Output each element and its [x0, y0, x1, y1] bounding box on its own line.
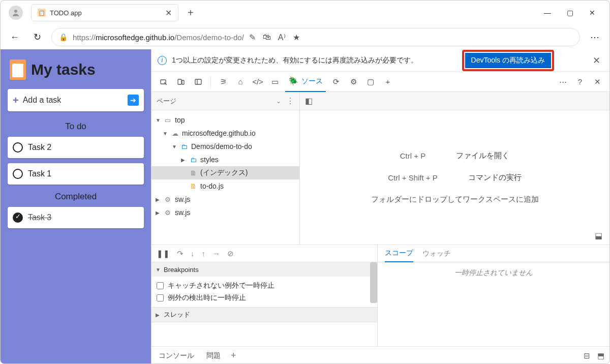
close-devtools-icon[interactable]: ✕	[590, 75, 604, 89]
device-toolbar-icon[interactable]	[174, 75, 188, 89]
shortcut-key: Ctrl + P	[400, 151, 425, 160]
tree-sw[interactable]: ⚙sw.js	[151, 206, 299, 219]
elements-tab-icon[interactable]: </>	[251, 75, 265, 89]
edit-icon[interactable]: ✎	[249, 33, 256, 42]
task-item[interactable]: Task 2	[8, 137, 144, 158]
tree-file-index[interactable]: 🗎(インデックス)	[151, 166, 299, 179]
memory-tab-icon[interactable]: ⚙	[346, 75, 360, 89]
sources-navigator: ページ ⌄ ⋮ ▭top ☁microsoftedge.github.io 🗀D…	[151, 92, 300, 245]
help-icon[interactable]: ?	[573, 75, 587, 89]
url-text: https://microsoftedge.github.io/Demos/de…	[73, 33, 244, 42]
application-tab-icon[interactable]: ▢	[363, 75, 378, 89]
task-checkbox[interactable]	[13, 169, 23, 179]
add-drawer-tab[interactable]: +	[231, 350, 236, 361]
browser-menu-button[interactable]: ⋯	[586, 32, 603, 43]
reload-devtools-highlight: DevTools の再読み込み	[462, 50, 554, 71]
bug-icon: 🪲	[288, 76, 298, 86]
address-bar-row: ← ↻ 🔒 https://microsoftedge.github.io/De…	[1, 25, 609, 49]
file-tree: ▭top ☁microsoftedge.github.io 🗀Demos/dem…	[151, 110, 299, 245]
submit-task-button[interactable]: ➔	[128, 95, 139, 106]
step-out-icon[interactable]: ↑	[202, 249, 206, 258]
task-label: Task 2	[28, 143, 51, 152]
drawer-icon[interactable]: ⬒	[597, 351, 604, 360]
page-tab-label: ページ	[157, 97, 276, 106]
deactivate-breakpoints-icon[interactable]: ⊘	[227, 249, 234, 258]
issues-drawer-tab[interactable]: 問題	[204, 351, 223, 360]
browser-tab[interactable]: 📋 TODO app ✕	[31, 4, 178, 21]
task-checkbox[interactable]	[13, 142, 23, 153]
performance-tab-icon[interactable]: ⟳	[329, 75, 343, 89]
tree-folder-styles[interactable]: 🗀styles	[151, 153, 299, 166]
svg-rect-4	[195, 79, 201, 84]
breakpoints-header[interactable]: Breakpoints	[151, 262, 377, 277]
more-options-icon[interactable]: ⋮	[286, 96, 294, 106]
task-item[interactable]: Task 3	[8, 207, 144, 228]
editor-tab-bar: ◧	[300, 92, 609, 110]
tree-domain[interactable]: ☁microsoftedge.github.io	[151, 127, 299, 140]
add-task-input[interactable]: + Add a task ➔	[8, 89, 144, 111]
tab-title: TODO app	[50, 9, 161, 17]
reload-devtools-button[interactable]: DevTools の再読み込み	[465, 53, 551, 68]
devtools-more-icon[interactable]: ⋯	[556, 75, 570, 89]
back-button[interactable]: ←	[7, 29, 23, 45]
shortcut-key: Ctrl + Shift + P	[388, 173, 438, 182]
console-drawer-tab[interactable]: コンソール	[157, 351, 196, 360]
shopping-icon[interactable]: 🛍	[263, 33, 271, 42]
todo-app: My tasks + Add a task ➔ To do Task 2 Tas…	[1, 49, 151, 364]
tree-frame-top[interactable]: ▭top	[151, 113, 299, 127]
tree-file-todojs[interactable]: 🗎to-do.js	[151, 179, 299, 193]
download-icon[interactable]: ⬓	[595, 231, 602, 240]
sources-tab[interactable]: 🪲 ソース	[285, 72, 326, 92]
devtools-tab-bar: ⚞ ⌂ </> ▭ 🪲 ソース ⟳ ⚙ ▢ + ⋯ ? ✕	[151, 72, 609, 92]
browser-tab-strip: 📋 TODO app ✕ + — ▢ ✕	[1, 1, 609, 25]
favorite-star-icon[interactable]: ★	[293, 33, 300, 42]
page-tab-header[interactable]: ページ ⌄ ⋮	[151, 92, 299, 110]
address-bar[interactable]: 🔒 https://microsoftedge.github.io/Demos/…	[51, 28, 580, 46]
read-aloud-icon[interactable]: A⁾	[278, 33, 286, 42]
plus-icon: +	[13, 95, 19, 106]
completed-section-header: Completed	[8, 192, 144, 202]
task-item[interactable]: Task 1	[8, 163, 144, 185]
toggle-navigator-icon[interactable]: ◧	[305, 96, 313, 106]
pause-caught-checkbox[interactable]: 例外の検出時に一時停止	[157, 292, 372, 304]
welcome-tab-icon[interactable]: ⌂	[233, 75, 248, 89]
panel-icon[interactable]	[191, 75, 205, 89]
more-tabs-button[interactable]: +	[381, 75, 395, 89]
step-over-icon[interactable]: ↷	[177, 249, 184, 258]
maximize-button[interactable]: ▢	[565, 9, 575, 17]
sources-tab-label: ソース	[301, 77, 323, 86]
watch-tab[interactable]: ウォッチ	[422, 245, 451, 262]
step-icon[interactable]: →	[212, 249, 220, 258]
task-label: Task 1	[28, 169, 51, 178]
chevron-down-icon[interactable]: ⌄	[276, 98, 281, 105]
step-into-icon[interactable]: ↓	[191, 249, 195, 258]
drawer-icon[interactable]: ⊟	[584, 351, 590, 360]
workspace-drop-hint: フォルダーにドロップしてワークスペースに追加	[371, 195, 539, 204]
pause-button[interactable]: ❚❚	[157, 249, 170, 258]
scope-tab[interactable]: スコープ	[385, 245, 413, 262]
debugger-toolbar: ❚❚ ↷ ↓ ↑ → ⊘	[151, 245, 377, 262]
tree-folder[interactable]: 🗀Demos/demo-to-do	[151, 140, 299, 153]
console-tab-icon[interactable]: ▭	[268, 75, 282, 89]
inspect-element-icon[interactable]	[157, 75, 171, 89]
close-window-button[interactable]: ✕	[587, 9, 597, 17]
minimize-button[interactable]: —	[542, 9, 553, 17]
tree-sw[interactable]: ⚙sw.js	[151, 193, 299, 206]
new-tab-button[interactable]: +	[182, 7, 199, 19]
shortcut-action: ファイルを開く	[456, 151, 509, 161]
svg-point-0	[14, 10, 17, 13]
task-checkbox-done[interactable]	[13, 213, 23, 223]
profile-avatar[interactable]	[9, 6, 23, 20]
add-task-placeholder: Add a task	[23, 96, 124, 105]
devtools-infobar: i 1つ以上の設定が変更されたため、有効にするには再度読み込みが必要です。 De…	[151, 49, 609, 72]
refresh-button[interactable]: ↻	[29, 29, 45, 45]
network-conditions-icon[interactable]: ⚞	[216, 75, 230, 89]
scrollbar-thumb[interactable]	[370, 262, 377, 303]
info-icon: i	[158, 56, 167, 65]
threads-header[interactable]: スレッド	[151, 308, 377, 322]
infobar-text: 1つ以上の設定が変更されたため、有効にするには再度読み込みが必要です。	[172, 56, 457, 65]
scope-panel: スコープ ウォッチ 一時停止されていません	[378, 245, 609, 346]
close-tab-icon[interactable]: ✕	[165, 8, 172, 18]
close-infobar-icon[interactable]: ✕	[590, 55, 603, 66]
pause-uncaught-checkbox[interactable]: キャッチされない例外で一時停止	[157, 280, 372, 292]
